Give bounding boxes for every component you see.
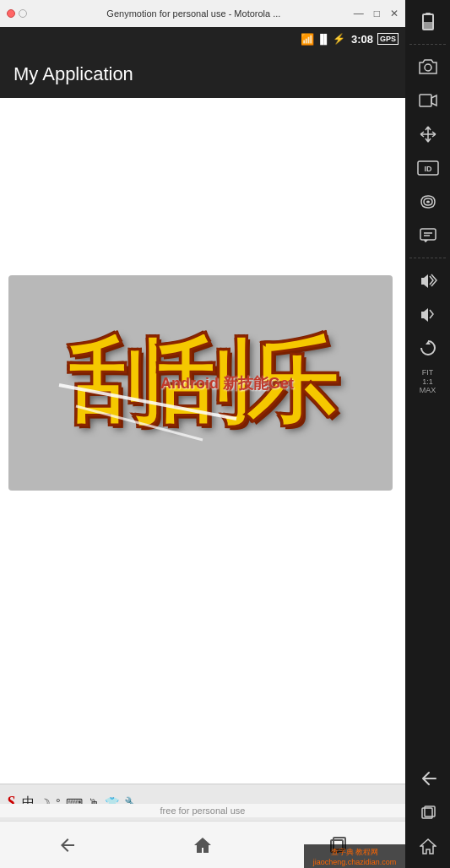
signal-icon: ▐▌ — [317, 34, 330, 44]
sidebar-video-icon[interactable] — [413, 85, 443, 116]
image-area: 刮刮乐 Android 新技能Get — [8, 275, 393, 491]
sidebar-sms-icon[interactable] — [413, 220, 443, 251]
title-bar: Genymotion for personal use - Motorola .… — [0, 0, 405, 27]
sidebar-home-button[interactable] — [413, 831, 443, 861]
sidebar-back-button[interactable] — [413, 763, 443, 794]
minimize-button[interactable]: — — [354, 8, 364, 19]
svg-point-7 — [425, 64, 431, 71]
chinese-art: 刮刮乐 Android 新技能Get — [8, 275, 393, 491]
fpu-text: free for personal use — [0, 804, 405, 817]
svg-rect-5 — [426, 13, 431, 15]
main-content: 刮刮乐 Android 新技能Get — [0, 98, 405, 784]
status-bar: 📶 ▐▌ ⚡ 3:08 GPS — [0, 27, 405, 51]
dot-red — [7, 9, 15, 18]
sidebar-recent-button[interactable] — [413, 797, 443, 827]
android-screen: 📶 ▐▌ ⚡ 3:08 GPS My Application 刮刮乐 Andro… — [0, 27, 405, 868]
sidebar-rotate-icon[interactable] — [413, 333, 443, 363]
watermark-line1: 查字典 教程网 — [331, 848, 379, 856]
sidebar-scale-icon[interactable]: FIT 1:1 MAX — [413, 366, 443, 397]
window-title: Genymotion for personal use - Motorola .… — [34, 8, 354, 19]
overlay-text: Android 新技能Get — [160, 373, 294, 393]
nav-back-icon — [57, 835, 78, 855]
svg-rect-6 — [424, 22, 432, 29]
svg-rect-11 — [420, 229, 436, 240]
nav-home-button[interactable] — [182, 825, 223, 865]
watermark-text: 查字典 教程网 jiaocheng.chazidian.com — [313, 847, 397, 866]
sidebar-volume-up-icon[interactable] — [413, 265, 443, 296]
status-time: 3:08 — [351, 33, 373, 46]
sidebar-volume-down-icon[interactable] — [413, 299, 443, 329]
svg-rect-8 — [420, 95, 431, 106]
gps-label: GPS — [377, 33, 398, 45]
window-dots — [7, 9, 27, 18]
wifi-icon: 📶 — [301, 33, 314, 46]
svg-text:ID: ID — [424, 165, 432, 173]
status-icons: 📶 ▐▌ ⚡ 3:08 GPS — [301, 33, 398, 46]
sidebar-nfc-icon[interactable] — [413, 187, 443, 217]
right-sidebar: ID — [405, 0, 450, 868]
sidebar-battery-icon[interactable] — [413, 7, 443, 37]
dot-yellow — [19, 9, 27, 18]
app-bar: My Application — [0, 51, 405, 98]
sidebar-id-icon[interactable]: ID — [413, 153, 443, 183]
battery-icon: ⚡ — [333, 33, 345, 45]
nav-back-button[interactable] — [47, 825, 88, 865]
nav-home-icon — [192, 835, 213, 855]
window-controls[interactable]: — □ ✕ — [354, 8, 398, 19]
watermark-url: jiaocheng.chazidian.com — [313, 858, 397, 866]
app-title: My Application — [14, 63, 133, 85]
sidebar-move-icon[interactable] — [413, 119, 443, 149]
sidebar-sep-2 — [409, 258, 445, 258]
sidebar-sep-1 — [409, 44, 445, 45]
close-button[interactable]: ✕ — [390, 8, 398, 19]
sidebar-scale-label: FIT 1:1 MAX — [420, 368, 436, 395]
sidebar-camera-icon[interactable] — [413, 52, 443, 82]
maximize-button[interactable]: □ — [374, 8, 380, 19]
watermark: 查字典 教程网 jiaocheng.chazidian.com — [304, 844, 405, 868]
